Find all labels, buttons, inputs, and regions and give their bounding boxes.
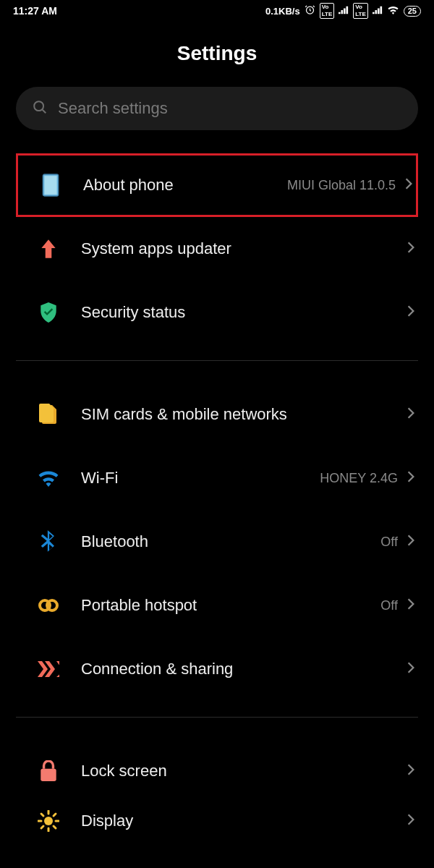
row-wifi[interactable]: Wi-Fi HONEY 2.4G — [16, 446, 418, 510]
svg-rect-7 — [41, 769, 56, 781]
about-phone-label: About phone — [83, 176, 287, 195]
svg-rect-4 — [44, 176, 56, 195]
net-speed: 0.1KB/s — [265, 6, 300, 17]
volte2-icon: VoLTE — [353, 3, 368, 18]
shield-check-icon — [16, 302, 81, 323]
signal2-icon — [373, 6, 383, 17]
lock-screen-label: Lock screen — [81, 762, 407, 780]
connection-sharing-icon — [16, 660, 81, 678]
display-label: Display — [81, 812, 407, 830]
divider — [16, 360, 418, 361]
wifi-status-icon — [387, 5, 399, 17]
row-portable-hotspot[interactable]: Portable hotspot Off — [16, 574, 418, 637]
battery-icon: 25 — [404, 6, 421, 17]
row-about-phone[interactable]: About phone MIUI Global 11.0.5 — [18, 156, 416, 215]
status-time: 11:27 AM — [13, 5, 57, 17]
system-apps-updater-label: System apps updater — [81, 239, 407, 258]
chevron-right-icon — [407, 813, 418, 829]
row-security-status[interactable]: Security status — [16, 281, 418, 344]
connection-sharing-label: Connection & sharing — [81, 660, 407, 678]
svg-line-2 — [43, 110, 46, 114]
bluetooth-value: Off — [380, 535, 398, 550]
svg-point-1 — [34, 101, 43, 111]
hotspot-icon — [16, 597, 81, 613]
volte1-icon: VoLTE — [320, 3, 335, 18]
lock-icon — [16, 760, 81, 782]
row-system-apps-updater[interactable]: System apps updater — [16, 217, 418, 281]
search-bar[interactable]: Search settings — [16, 87, 418, 130]
chevron-right-icon — [407, 241, 418, 257]
about-phone-highlight: About phone MIUI Global 11.0.5 — [16, 153, 418, 217]
wifi-label: Wi-Fi — [81, 469, 320, 488]
signal1-icon — [339, 6, 349, 17]
chevron-right-icon — [407, 407, 418, 422]
brightness-icon — [16, 810, 81, 832]
chevron-right-icon — [407, 661, 418, 677]
row-connection-sharing[interactable]: Connection & sharing — [16, 637, 418, 701]
svg-line-13 — [41, 814, 43, 816]
battery-level: 25 — [408, 7, 417, 15]
row-sim-networks[interactable]: SIM cards & mobile networks — [16, 383, 418, 446]
status-bar: 11:27 AM 0.1KB/s VoLTE VoLTE 25 — [0, 0, 434, 22]
page-title: Settings — [0, 42, 434, 65]
svg-line-16 — [41, 826, 43, 828]
row-lock-screen[interactable]: Lock screen — [16, 739, 418, 803]
row-display[interactable]: Display — [16, 803, 418, 839]
search-placeholder: Search settings — [58, 99, 168, 118]
chevron-right-icon — [407, 534, 418, 550]
svg-line-15 — [54, 814, 56, 816]
wifi-icon — [16, 469, 81, 487]
sim-networks-label: SIM cards & mobile networks — [81, 405, 407, 424]
wifi-value: HONEY 2.4G — [320, 471, 398, 486]
about-phone-value: MIUI Global 11.0.5 — [287, 178, 396, 193]
phone-icon — [18, 174, 83, 197]
bluetooth-icon — [16, 530, 81, 553]
status-icons: 0.1KB/s VoLTE VoLTE 25 — [265, 3, 421, 18]
alarm-icon — [305, 4, 315, 17]
security-status-label: Security status — [81, 303, 407, 322]
chevron-right-icon — [404, 177, 416, 193]
chevron-right-icon — [407, 305, 418, 320]
chevron-right-icon — [407, 597, 418, 613]
bluetooth-label: Bluetooth — [81, 532, 380, 551]
portable-hotspot-label: Portable hotspot — [81, 596, 380, 615]
row-bluetooth[interactable]: Bluetooth Off — [16, 510, 418, 574]
search-icon — [32, 99, 48, 118]
arrow-up-icon — [16, 238, 81, 260]
divider — [16, 717, 418, 718]
chevron-right-icon — [407, 763, 418, 779]
portable-hotspot-value: Off — [380, 598, 398, 613]
chevron-right-icon — [407, 470, 418, 486]
sim-card-icon — [16, 404, 81, 425]
svg-line-14 — [54, 826, 56, 828]
svg-point-8 — [44, 817, 53, 825]
